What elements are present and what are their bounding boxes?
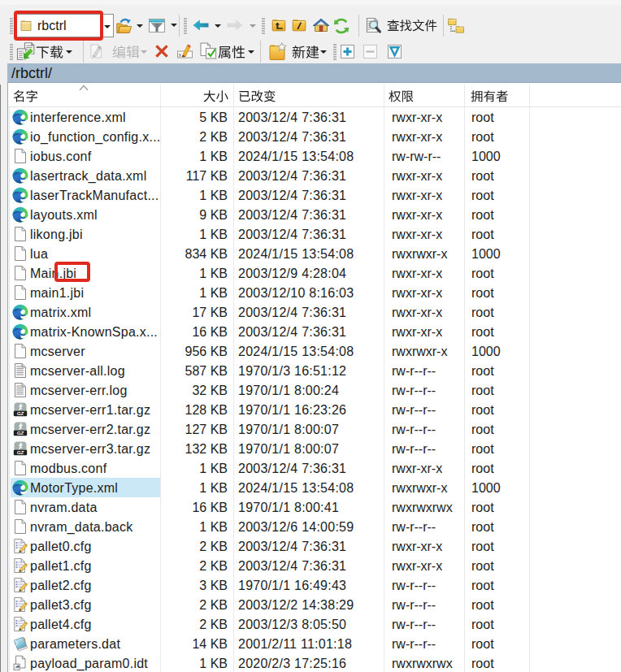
svg-text:GZ: GZ bbox=[17, 410, 24, 416]
svg-text:GZ: GZ bbox=[17, 430, 24, 436]
svg-text:GZ: GZ bbox=[17, 449, 24, 455]
